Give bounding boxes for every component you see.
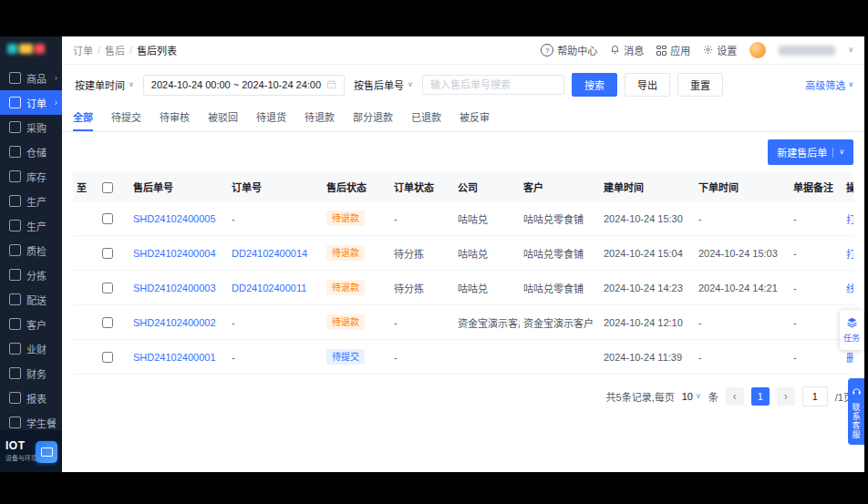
- order-no-link[interactable]: DD24102400011: [232, 283, 306, 293]
- search-field-select[interactable]: 按售后单号 ∨: [352, 74, 415, 96]
- breadcrumb-orders[interactable]: 订单: [73, 43, 93, 57]
- aftersale-no-link[interactable]: SHD24102400001: [133, 352, 216, 363]
- settings-button[interactable]: 设置: [703, 43, 737, 57]
- row-checkbox[interactable]: [102, 283, 113, 293]
- breadcrumb-aftersale[interactable]: 售后: [105, 43, 125, 57]
- tab-partial-refund[interactable]: 部分退款: [353, 103, 393, 131]
- sidebar-item-label: 质检: [26, 243, 57, 258]
- order-no-link[interactable]: DD24102400014: [232, 248, 307, 259]
- action-print-link[interactable]: 打印: [846, 249, 853, 260]
- row-check-cell: [98, 201, 129, 236]
- sidebar-item-label: 财务: [26, 366, 57, 381]
- sidebar-item-quality[interactable]: 质检: [0, 238, 62, 262]
- export-button[interactable]: 导出: [625, 73, 670, 97]
- sidebar-item-finance[interactable]: 财务: [0, 361, 62, 386]
- table-wrap: 至售后单号订单号售后状态订单状态公司客户建单时间下单时间单据备注操作 SHD24…: [62, 172, 864, 375]
- apps-button[interactable]: 应用: [656, 43, 690, 57]
- remark-cell: -: [790, 271, 842, 305]
- tab-pending-audit[interactable]: 待审核: [160, 103, 190, 131]
- action-print-link[interactable]: 打印: [846, 214, 853, 225]
- sidebar-item-reports[interactable]: 报表: [0, 386, 62, 410]
- sidebar-item-label: 学生餐: [26, 416, 57, 430]
- messages-button[interactable]: 消息: [610, 43, 644, 57]
- aftersale-no-link[interactable]: SHD24102400002: [133, 317, 216, 328]
- create-time-cell: 2024-10-24 11:39: [600, 340, 695, 375]
- aftersale-no-link[interactable]: SHD24102400004: [133, 248, 216, 259]
- page-size-select[interactable]: 10 ∨: [682, 391, 701, 402]
- status-badge: 待退款: [326, 280, 365, 295]
- table-row: SHD24102400001-待提交-2024-10-24 11:39--删除: [73, 340, 853, 375]
- sidebar-item-purchase[interactable]: 采购: [0, 115, 62, 139]
- customers-icon: [9, 318, 21, 330]
- action-online-refund-link[interactable]: 线上退款: [846, 283, 853, 294]
- tab-re-audit[interactable]: 被反审: [460, 103, 490, 131]
- status-tabs: 全部待提交待审核被驳回待退货待退款部分退款已退款被反审: [62, 103, 864, 132]
- action-delete-link[interactable]: 删除: [846, 353, 853, 364]
- next-page-button[interactable]: ›: [777, 387, 795, 406]
- search-button[interactable]: 搜索: [572, 73, 617, 97]
- purchase-icon: [9, 121, 21, 133]
- sidebar-item-inventory[interactable]: 库存: [0, 164, 62, 189]
- page-jump-input[interactable]: 1: [802, 386, 828, 406]
- date-range-picker[interactable]: 2024-10-24 00:00 ~ 2024-10-24 24:00: [143, 75, 345, 96]
- gear-icon: [703, 45, 713, 57]
- sidebar-item-goods[interactable]: 商品›: [0, 66, 62, 90]
- row-expand-cell: [73, 340, 98, 375]
- sidebar-item-production-2[interactable]: 生产: [0, 213, 62, 238]
- row-check-cell: [98, 305, 129, 340]
- chevron-down-icon: ∨: [839, 149, 844, 156]
- sidebar-item-label: 配送: [26, 293, 57, 307]
- reports-icon: [9, 392, 21, 404]
- button-divider: [832, 148, 833, 158]
- sidebar: 商品›订单›采购仓储库存生产生产质检分拣配送客户业财财务报表学生餐 IOT 设备…: [0, 36, 62, 472]
- advanced-filter-link[interactable]: 高级筛选 ∨: [805, 77, 853, 92]
- expand-all-header[interactable]: 至: [73, 172, 98, 201]
- select-all-checkbox[interactable]: [102, 182, 113, 193]
- sidebar-item-delivery[interactable]: 配送: [0, 287, 62, 312]
- time-field-select[interactable]: 按建单时间 ∨: [73, 74, 136, 96]
- tab-rejected[interactable]: 被驳回: [208, 103, 238, 131]
- tab-all[interactable]: 全部: [73, 103, 93, 131]
- new-aftersale-button[interactable]: 新建售后单 ∨: [768, 139, 853, 165]
- row-expand-cell: [73, 201, 98, 236]
- row-expand-cell: [73, 305, 98, 340]
- page-1-button[interactable]: 1: [751, 387, 770, 406]
- sidebar-item-label: 采购: [26, 120, 57, 135]
- row-checkbox[interactable]: [102, 352, 113, 363]
- tab-pending-refund[interactable]: 待退款: [305, 103, 335, 131]
- search-input[interactable]: [422, 75, 564, 95]
- customer-service-widget[interactable]: 联系客服: [848, 378, 864, 445]
- prev-page-button[interactable]: ‹: [726, 387, 744, 406]
- sidebar-item-production[interactable]: 生产: [0, 189, 62, 213]
- delivery-icon: [9, 293, 21, 305]
- sidebar-item-customers[interactable]: 客户: [0, 312, 62, 336]
- sidebar-item-student-meal[interactable]: 学生餐: [0, 410, 62, 430]
- avatar[interactable]: [749, 42, 766, 58]
- tab-refunded[interactable]: 已退款: [411, 103, 441, 131]
- row-checkbox[interactable]: [102, 317, 113, 328]
- headset-icon: [852, 384, 862, 400]
- help-center-button[interactable]: ? 帮助中心: [541, 43, 597, 57]
- order-no-cell: -: [228, 340, 323, 375]
- iot-device-icon[interactable]: [36, 441, 57, 463]
- table-row: SHD24102400005-待退款-咕咕兑咕咕兑零食铺2024-10-24 1…: [73, 201, 853, 236]
- sidebar-item-orders[interactable]: 订单›: [0, 90, 62, 115]
- aftersale-no-link[interactable]: SHD24102400005: [133, 213, 216, 224]
- sidebar-item-label: 库存: [26, 170, 57, 184]
- sorting-icon: [9, 269, 21, 281]
- orders-icon: [9, 97, 21, 108]
- row-checkbox[interactable]: [102, 248, 113, 259]
- user-name-redacted: [779, 46, 835, 56]
- sidebar-item-sorting[interactable]: 分拣: [0, 262, 62, 287]
- sidebar-item-warehouse[interactable]: 仓储: [0, 139, 62, 164]
- reset-button[interactable]: 重置: [677, 73, 723, 97]
- company-cell: 资金宝演示客户: [454, 305, 520, 340]
- aftersale-no-link[interactable]: SHD24102400003: [133, 283, 216, 293]
- task-widget[interactable]: 任务: [840, 310, 863, 350]
- tab-pending-submit[interactable]: 待提交: [111, 103, 141, 131]
- order-status-cell: 待分拣: [390, 271, 454, 305]
- row-checkbox[interactable]: [102, 213, 113, 224]
- tab-pending-return[interactable]: 待退货: [256, 103, 286, 131]
- chevron-down-icon[interactable]: ∨: [848, 46, 853, 54]
- sidebar-item-biz-finance[interactable]: 业财: [0, 336, 62, 361]
